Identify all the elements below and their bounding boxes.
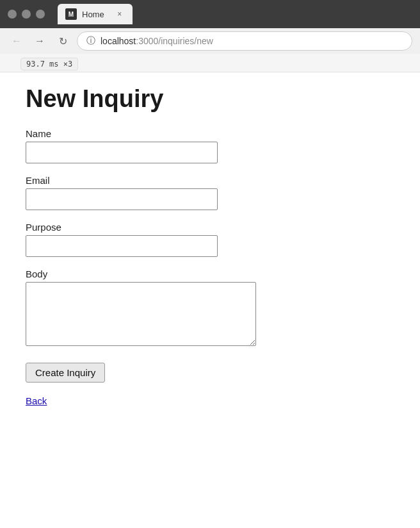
perf-badge: 93.7 ms ×3 (20, 58, 78, 70)
tab-close-button[interactable]: × (115, 9, 125, 19)
window-maximize-btn[interactable] (36, 10, 45, 19)
body-label: Body (26, 268, 394, 279)
reload-nav-button[interactable]: ↻ (54, 32, 72, 50)
forward-nav-button[interactable]: → (31, 32, 49, 50)
create-inquiry-button[interactable]: Create Inquiry (26, 363, 105, 383)
inquiry-form: Name Email Purpose Body Create Inquiry (26, 128, 394, 393)
purpose-input[interactable] (26, 235, 218, 257)
email-label: Email (26, 175, 394, 186)
window-controls (8, 10, 45, 19)
name-field-group: Name (26, 128, 394, 163)
purpose-field-group: Purpose (26, 222, 394, 257)
window-minimize-btn[interactable] (22, 10, 31, 19)
page-title: New Inquiry (26, 85, 394, 113)
page-content: New Inquiry Name Email Purpose Body Crea… (0, 72, 420, 432)
browser-chrome: M Home × ← → ↻ ⓘ localhost:3000/inquirie… (0, 0, 420, 54)
tab-title: Home (82, 10, 104, 19)
body-field-group: Body (26, 268, 394, 346)
url-prefix: localhost (101, 36, 136, 46)
name-label: Name (26, 128, 394, 139)
browser-titlebar: M Home × (0, 0, 420, 28)
name-input[interactable] (26, 142, 218, 163)
tab-logo-icon: M (65, 8, 77, 20)
window-close-btn[interactable] (8, 10, 17, 19)
address-bar[interactable]: ⓘ localhost:3000/inquiries/new (77, 31, 412, 51)
browser-toolbar: ← → ↻ ⓘ localhost:3000/inquiries/new (0, 28, 420, 54)
body-textarea[interactable] (26, 282, 256, 346)
info-icon: ⓘ (86, 35, 95, 47)
back-link[interactable]: Back (26, 395, 394, 406)
url-display: localhost:3000/inquiries/new (101, 36, 213, 46)
purpose-label: Purpose (26, 222, 394, 233)
back-nav-button[interactable]: ← (8, 32, 26, 50)
perf-row: 93.7 ms ×3 (0, 54, 420, 72)
url-path: :3000/inquiries/new (136, 36, 213, 46)
browser-tab[interactable]: M Home × (58, 4, 133, 24)
email-input[interactable] (26, 188, 218, 210)
email-field-group: Email (26, 175, 394, 210)
